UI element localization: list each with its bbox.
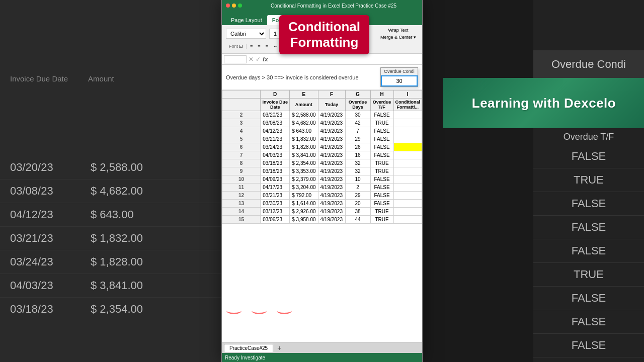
- cell-date[interactable]: 03/24/23: [261, 143, 290, 151]
- cell-cf[interactable]: [393, 216, 422, 224]
- cell-amount[interactable]: $ 1,614.00: [290, 200, 318, 208]
- cell-overdue-tf[interactable]: FALSE: [370, 143, 393, 151]
- cell-cf[interactable]: [393, 184, 422, 192]
- tab-page-layout[interactable]: Page Layout: [226, 15, 267, 25]
- cell-overdue-tf[interactable]: TRUE: [370, 119, 393, 127]
- formula-input[interactable]: [270, 56, 420, 62]
- confirm-formula-icon[interactable]: ✓: [256, 56, 261, 63]
- cell-date[interactable]: 04/09/23: [261, 175, 290, 184]
- cell-cf[interactable]: [393, 200, 422, 208]
- cell-cf[interactable]: [393, 167, 422, 175]
- cell-cf[interactable]: [393, 127, 422, 135]
- font-expand-icon[interactable]: ⊡: [239, 44, 243, 49]
- cell-date[interactable]: 03/18/23: [261, 159, 290, 167]
- cell-date[interactable]: 03/06/23: [261, 216, 290, 224]
- cell-amount[interactable]: $ 792.00: [290, 192, 318, 200]
- cell-amount[interactable]: $ 3,204.00: [290, 184, 318, 192]
- col-header-F[interactable]: F: [318, 90, 345, 99]
- cell-amount[interactable]: $ 3,958.00: [290, 216, 318, 224]
- cell-overdue-tf[interactable]: TRUE: [370, 208, 393, 216]
- cell-amount[interactable]: $ 2,588.00: [290, 111, 318, 119]
- cell-today[interactable]: 4/19/2023: [318, 119, 345, 127]
- wrap-text-button[interactable]: Wrap Text: [378, 27, 418, 33]
- align-center-button[interactable]: ≡: [256, 41, 262, 51]
- cell-amount[interactable]: $ 1,832.00: [290, 135, 318, 143]
- cell-cf[interactable]: [393, 175, 422, 184]
- col-header-I[interactable]: I: [393, 90, 422, 99]
- cell-date[interactable]: 03/08/23: [261, 119, 290, 127]
- cell-today[interactable]: 4/19/2023: [318, 135, 345, 143]
- cell-date[interactable]: 03/21/23: [261, 192, 290, 200]
- cell-overdue-days[interactable]: 2: [345, 184, 370, 192]
- cell-amount[interactable]: $ 3,353.00: [290, 167, 318, 175]
- decrease-indent-button[interactable]: ←: [271, 41, 280, 51]
- cell-today[interactable]: 4/19/2023: [318, 200, 345, 208]
- cell-amount[interactable]: $ 4,682.00: [290, 119, 318, 127]
- cell-cf[interactable]: [393, 119, 422, 127]
- cell-overdue-days[interactable]: 20: [345, 200, 370, 208]
- align-left-button[interactable]: ≡: [248, 41, 255, 51]
- cell-amount[interactable]: $ 643.00: [290, 127, 318, 135]
- cell-overdue-days[interactable]: 26: [345, 143, 370, 151]
- col-header-G[interactable]: G: [345, 90, 370, 99]
- sheet-tab-practice[interactable]: PracticeCase#25: [224, 344, 273, 352]
- cell-date[interactable]: 04/12/23: [261, 127, 290, 135]
- cell-overdue-tf[interactable]: FALSE: [370, 135, 393, 143]
- cell-date[interactable]: 04/03/23: [261, 151, 290, 159]
- cell-overdue-tf[interactable]: FALSE: [370, 192, 393, 200]
- col-header-E[interactable]: E: [290, 90, 318, 99]
- cell-today[interactable]: 4/19/2023: [318, 159, 345, 167]
- font-name-select[interactable]: Calibri: [226, 29, 266, 39]
- cell-cf[interactable]: [393, 135, 422, 143]
- cell-date[interactable]: 03/18/23: [261, 167, 290, 175]
- cell-today[interactable]: 4/19/2023: [318, 111, 345, 119]
- cell-amount[interactable]: $ 2,354.00: [290, 159, 318, 167]
- cell-cf[interactable]: [393, 143, 422, 151]
- col-header-D[interactable]: D: [261, 90, 290, 99]
- cell-cf[interactable]: [393, 159, 422, 167]
- maximize-button[interactable]: [238, 4, 242, 8]
- cell-today[interactable]: 4/19/2023: [318, 143, 345, 151]
- cell-amount[interactable]: $ 2,926.00: [290, 208, 318, 216]
- cell-overdue-days[interactable]: 7: [345, 127, 370, 135]
- cell-amount[interactable]: $ 3,841.00: [290, 151, 318, 159]
- cell-overdue-days[interactable]: 16: [345, 151, 370, 159]
- cell-overdue-days[interactable]: 29: [345, 192, 370, 200]
- cell-overdue-days[interactable]: 44: [345, 216, 370, 224]
- cell-overdue-tf[interactable]: FALSE: [370, 200, 393, 208]
- cell-overdue-days[interactable]: 30: [345, 111, 370, 119]
- cell-today[interactable]: 4/19/2023: [318, 127, 345, 135]
- insert-function-icon[interactable]: fx: [263, 56, 268, 63]
- cell-today[interactable]: 4/19/2023: [318, 192, 345, 200]
- cell-overdue-tf[interactable]: FALSE: [370, 111, 393, 119]
- overdue-cond-value[interactable]: 30: [381, 75, 418, 86]
- cell-amount[interactable]: $ 1,828.00: [290, 143, 318, 151]
- col-header-H[interactable]: H: [370, 90, 393, 99]
- cell-today[interactable]: 4/19/2023: [318, 208, 345, 216]
- cell-today[interactable]: 4/19/2023: [318, 167, 345, 175]
- cell-date[interactable]: 04/17/23: [261, 184, 290, 192]
- cell-today[interactable]: 4/19/2023: [318, 184, 345, 192]
- cell-date[interactable]: 03/12/23: [261, 208, 290, 216]
- cell-overdue-tf[interactable]: TRUE: [370, 159, 393, 167]
- cell-cf[interactable]: [393, 208, 422, 216]
- add-sheet-button[interactable]: +: [275, 344, 283, 352]
- cell-overdue-days[interactable]: 32: [345, 159, 370, 167]
- cell-overdue-days[interactable]: 38: [345, 208, 370, 216]
- cell-overdue-days[interactable]: 10: [345, 175, 370, 184]
- cell-today[interactable]: 4/19/2023: [318, 175, 345, 184]
- cell-overdue-tf[interactable]: TRUE: [370, 216, 393, 224]
- cell-cf[interactable]: [393, 111, 422, 119]
- cell-overdue-tf[interactable]: FALSE: [370, 184, 393, 192]
- cell-today[interactable]: 4/19/2023: [318, 216, 345, 224]
- cell-overdue-tf[interactable]: TRUE: [370, 167, 393, 175]
- cell-date[interactable]: 03/21/23: [261, 135, 290, 143]
- cancel-formula-icon[interactable]: ✕: [249, 56, 254, 63]
- cell-amount[interactable]: $ 2,379.00: [290, 175, 318, 184]
- cell-overdue-days[interactable]: 32: [345, 167, 370, 175]
- cell-date[interactable]: 03/30/23: [261, 200, 290, 208]
- cell-reference-input[interactable]: [224, 55, 247, 63]
- cell-date[interactable]: 03/20/23: [261, 111, 290, 119]
- cell-cf[interactable]: [393, 151, 422, 159]
- cell-overdue-tf[interactable]: FALSE: [370, 127, 393, 135]
